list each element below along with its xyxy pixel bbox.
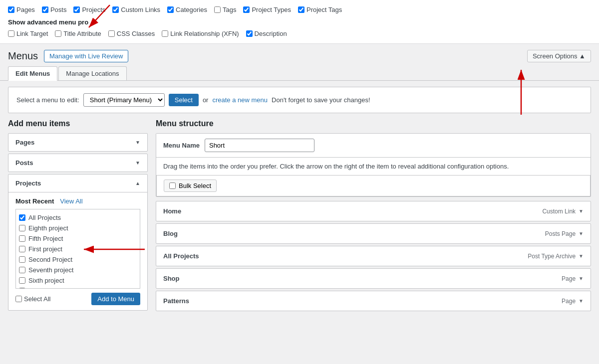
accordion-header-pages[interactable]: Pages ▼ <box>8 134 147 151</box>
accordion-header-posts[interactable]: Posts ▼ <box>8 154 147 172</box>
accordion-pages: Pages ▼ <box>8 133 148 152</box>
list-item: First project <box>19 244 137 254</box>
accordion-projects: Projects ▲ Most Recent View All All Proj… <box>8 174 148 311</box>
accordion-body-projects: Most Recent View All All ProjectsEighth … <box>8 192 147 310</box>
menu-item-label: Patterns <box>163 297 189 305</box>
checkbox-projects[interactable]: Projects <box>73 6 105 13</box>
menu-structure-title: Menu structure <box>156 119 591 128</box>
menu-item-label: Shop <box>163 275 180 282</box>
adv-checkbox-css-classes[interactable]: CSS Classes <box>108 30 155 37</box>
chevron-down-icon[interactable]: ▼ <box>579 253 584 259</box>
menu-item-row[interactable]: ShopPage▼ <box>156 268 591 289</box>
main-content: Add menu items Pages ▼ Posts ▼ Projects … <box>0 119 599 321</box>
chevron-down-icon: ▼ <box>135 140 140 145</box>
bulk-select-button[interactable]: Bulk Select <box>164 180 217 192</box>
adv-checkbox-description[interactable]: Description <box>246 30 287 37</box>
menu-item-type: Page <box>562 298 576 305</box>
menus-title: Menus <box>8 50 38 62</box>
menu-item-label: Home <box>163 207 181 215</box>
checkbox-pages[interactable]: Pages <box>8 6 35 13</box>
advanced-checkboxes: Link TargetTitle AttributeCSS ClassesLin… <box>8 30 591 37</box>
show-advanced-label: Show advanced menu pro <box>8 18 591 26</box>
list-item: Seventh project <box>19 265 137 275</box>
dont-forget-text: Don't forget to save your changes! <box>272 96 370 104</box>
project-list: All ProjectsEighth projectFifth ProjectF… <box>15 209 140 289</box>
add-menu-items-panel: Add menu items Pages ▼ Posts ▼ Projects … <box>8 119 148 313</box>
chevron-down-icon[interactable]: ▼ <box>579 208 584 214</box>
menu-item-row[interactable]: PatternsPage▼ <box>156 291 591 311</box>
menu-items-list: HomeCustom Link▼BlogPosts Page▼All Proje… <box>156 201 591 311</box>
checkbox-categories[interactable]: Categories <box>167 6 207 13</box>
adv-checkbox-link-relationship-(xfn)[interactable]: Link Relationship (XFN) <box>162 30 239 37</box>
menu-item-type: Posts Page <box>545 230 576 237</box>
add-to-menu-button[interactable]: Add to Menu <box>91 293 140 305</box>
manage-live-review-button[interactable]: Manage with Live Review <box>44 50 128 62</box>
checkbox-posts[interactable]: Posts <box>42 6 67 13</box>
menu-name-row: Menu Name <box>156 134 591 158</box>
chevron-down-icon[interactable]: ▼ <box>579 298 584 304</box>
menu-structure-panel: Menu structure Menu Name Drag the items … <box>156 119 591 313</box>
checkbox-tags[interactable]: Tags <box>214 6 236 13</box>
menu-item-type: Custom Link <box>542 208 576 215</box>
top-panel: PagesPostsProjectsCustom LinksCategories… <box>0 0 599 44</box>
select-all-label[interactable]: Select All <box>15 295 50 303</box>
select-menu-button[interactable]: Select <box>169 94 199 106</box>
list-item: Fifth Project <box>19 233 137 244</box>
accordion-label-posts: Posts <box>15 159 33 167</box>
adv-checkbox-link-target[interactable]: Link Target <box>8 30 48 37</box>
menu-select-dropdown[interactable]: Short (Primary Menu) <box>83 93 165 107</box>
projects-tab-view-all[interactable]: View All <box>60 197 82 205</box>
accordion-header-projects[interactable]: Projects ▲ <box>8 175 147 192</box>
list-item: Third Project <box>19 286 137 289</box>
select-menu-bar: Select a menu to edit: Short (Primary Me… <box>8 87 591 113</box>
list-item: Eighth project <box>19 223 137 233</box>
chevron-down-icon: ▼ <box>135 160 140 166</box>
tab-manage-locations[interactable]: Manage Locations <box>58 66 126 80</box>
list-item: Sixth project <box>19 275 137 286</box>
list-item: Second Project <box>19 254 137 265</box>
chevron-up-icon: ▲ <box>135 181 140 186</box>
screen-options-button[interactable]: Screen Options ▲ <box>527 50 591 62</box>
bulk-select-row: Bulk Select <box>156 176 591 196</box>
bulk-select-checkbox[interactable] <box>169 182 176 189</box>
tabs-bar: Edit MenusManage Locations <box>0 62 599 81</box>
chevron-down-icon[interactable]: ▼ <box>579 276 584 281</box>
accordion-posts: Posts ▼ <box>8 154 148 172</box>
menu-name-label: Menu Name <box>163 142 200 149</box>
checkbox-project-tags[interactable]: Project Tags <box>298 6 342 13</box>
menu-item-label: All Projects <box>163 252 199 260</box>
menu-item-row[interactable]: BlogPosts Page▼ <box>156 223 591 244</box>
checkbox-project-types[interactable]: Project Types <box>243 6 291 13</box>
list-item: All Projects <box>19 212 137 223</box>
or-text: or <box>203 96 209 104</box>
menu-item-label: Blog <box>163 230 178 237</box>
accordion-label-projects: Projects <box>15 180 41 187</box>
projects-tab-links: Most Recent View All <box>15 197 140 205</box>
checkbox-custom-links[interactable]: Custom Links <box>112 6 160 13</box>
menu-item-type: Post Type Archive <box>528 253 576 260</box>
bottom-actions: Select All Add to Menu <box>15 293 140 305</box>
chevron-down-icon[interactable]: ▼ <box>579 231 584 236</box>
menus-header: Menus Manage with Live Review Screen Opt… <box>0 44 599 62</box>
add-menu-items-title: Add menu items <box>8 119 148 128</box>
accordion-label-pages: Pages <box>15 139 34 146</box>
projects-tab-most-recent[interactable]: Most Recent <box>15 197 54 205</box>
menu-item-row[interactable]: All ProjectsPost Type Archive▼ <box>156 246 591 266</box>
bulk-select-label: Bulk Select <box>179 182 211 189</box>
menu-item-type: Page <box>562 275 576 282</box>
select-menu-label: Select a menu to edit: <box>16 96 79 104</box>
menu-name-input[interactable] <box>205 139 314 152</box>
adv-checkbox-title-attribute[interactable]: Title Attribute <box>55 30 101 37</box>
create-new-menu-link[interactable]: create a new menu <box>212 96 268 104</box>
menu-item-row[interactable]: HomeCustom Link▼ <box>156 201 591 221</box>
tab-edit-menus[interactable]: Edit Menus <box>8 66 57 81</box>
menu-description: Drag the items into the order you prefer… <box>156 158 591 176</box>
select-all-checkbox[interactable] <box>15 296 22 302</box>
post-type-checkboxes: PagesPostsProjectsCustom LinksCategories… <box>8 6 591 13</box>
